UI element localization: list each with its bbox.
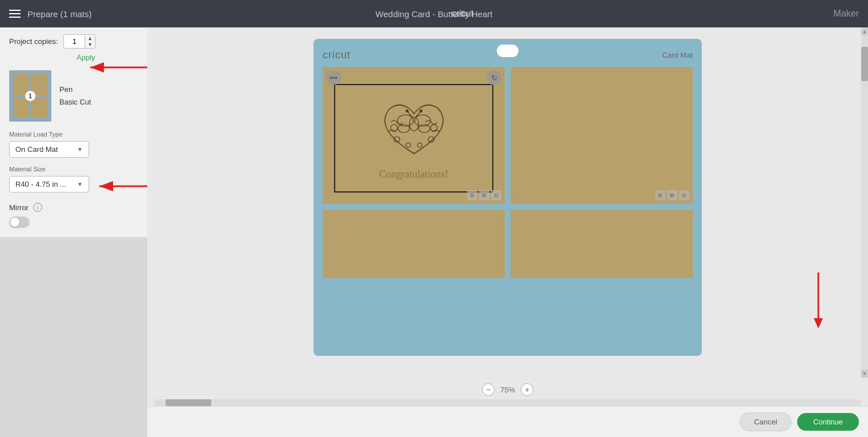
project-copies-row: Project copies: ▲ ▼ bbox=[9, 34, 138, 49]
copies-down-button[interactable]: ▼ bbox=[85, 42, 95, 48]
main-layout: Project copies: ▲ ▼ Apply bbox=[0, 27, 868, 437]
canvas-area: cricut Card Mat ••• ↻ bbox=[147, 27, 868, 378]
svg-point-18 bbox=[417, 143, 422, 147]
cell2-corner-icon-1[interactable]: ⊞ bbox=[655, 190, 665, 201]
toggle-wrap bbox=[9, 217, 138, 228]
cricut-logo: cricut bbox=[323, 49, 351, 61]
horizontal-scrollbar bbox=[154, 399, 861, 406]
svg-line-9 bbox=[407, 111, 412, 117]
card-mat-label: Card Mat bbox=[662, 51, 693, 59]
cell2-corner-icon-2[interactable]: ⊠ bbox=[667, 190, 677, 201]
material-size-label: Material Size bbox=[9, 166, 138, 173]
material-load-value: On Card Mat bbox=[15, 145, 58, 154]
material-size-chevron: ▼ bbox=[77, 181, 83, 187]
card-mat-oval bbox=[497, 45, 519, 57]
zoom-out-button[interactable]: − bbox=[482, 383, 495, 396]
cancel-button[interactable]: Cancel bbox=[740, 412, 791, 431]
project-copies-label: Project copies: bbox=[9, 37, 58, 46]
cell1-corner-icons: ⊞ ⊠ ⊟ bbox=[467, 190, 501, 201]
continue-button[interactable]: Continue bbox=[797, 413, 859, 431]
svg-point-7 bbox=[398, 125, 409, 133]
right-content: cricut Card Mat ••• ↻ bbox=[147, 27, 868, 437]
mat-cell-3 bbox=[323, 210, 505, 278]
mat-cell-1: ••• ↻ bbox=[323, 67, 505, 204]
scroll-up-btn[interactable]: ▲ bbox=[861, 27, 868, 35]
mirror-toggle[interactable] bbox=[9, 217, 30, 228]
mirror-label: Mirror bbox=[9, 203, 29, 212]
pen-label: Pen bbox=[59, 83, 91, 96]
bottom-bar: Cancel Continue bbox=[147, 406, 868, 437]
material-size-dropdown[interactable]: R40 - 4.75 in ... ▼ bbox=[9, 176, 89, 193]
cell1-num: 1 bbox=[326, 194, 329, 201]
cell1-corner-icon-3[interactable]: ⊟ bbox=[491, 190, 501, 201]
material-load-chevron: ▼ bbox=[77, 146, 83, 153]
maker-label: Maker bbox=[834, 9, 859, 19]
copies-input-wrap: ▲ ▼ bbox=[63, 34, 95, 49]
menu-icon[interactable] bbox=[9, 10, 21, 18]
copies-input[interactable] bbox=[64, 35, 85, 48]
cell2-corner-icon-3[interactable]: ⊟ bbox=[679, 190, 689, 201]
left-panel-bottom bbox=[0, 237, 147, 437]
cell2-corner-icons: ⊞ ⊠ ⊟ bbox=[655, 190, 689, 201]
material-load-type-label: Material Load Type bbox=[9, 131, 138, 138]
zoom-in-button[interactable]: + bbox=[521, 383, 533, 396]
mirror-row: Mirror i bbox=[9, 203, 138, 212]
cell2-num: 2 bbox=[514, 194, 517, 201]
scrollbar-right: ▲ ▼ bbox=[861, 27, 868, 378]
design-box: Congratulations! bbox=[334, 84, 493, 193]
zoom-percent: 75% bbox=[500, 386, 515, 394]
scroll-down-btn[interactable]: ▼ bbox=[861, 370, 868, 378]
svg-point-12 bbox=[420, 110, 422, 112]
mat-cell-br bbox=[31, 97, 48, 118]
scrollbar-thumb[interactable] bbox=[861, 47, 868, 81]
cell1-corner-icon-2[interactable]: ⊠ bbox=[479, 190, 489, 201]
project-name: Wedding Card - Butterfly Heart bbox=[376, 9, 493, 19]
mat-grid: ••• ↻ bbox=[323, 67, 693, 347]
cell1-refresh-icon[interactable]: ↻ bbox=[487, 70, 501, 85]
svg-point-4 bbox=[409, 117, 419, 131]
mat-number-badge: 1 bbox=[25, 91, 35, 101]
cell1-corner-icon-1[interactable]: ⊞ bbox=[467, 190, 477, 201]
horizontal-scrollbar-thumb[interactable] bbox=[166, 399, 211, 406]
mirror-info-icon[interactable]: i bbox=[33, 203, 42, 212]
mat-thumbnail: 1 bbox=[9, 70, 51, 122]
mat-thumb-row: 1 Pen Basic Cut bbox=[9, 70, 138, 122]
left-panel: Project copies: ▲ ▼ Apply bbox=[0, 27, 147, 437]
header: Prepare (1 mats) cricut Wedding Card - B… bbox=[0, 0, 868, 27]
cell1-icons-top: ••• ↻ bbox=[326, 70, 501, 85]
card-mat-outer: cricut Card Mat ••• ↻ bbox=[314, 39, 702, 356]
congrats-text: Congratulations! bbox=[379, 169, 448, 181]
mat-cell-2: 2 ⊞ ⊠ ⊟ bbox=[511, 67, 693, 204]
material-size-value: R40 - 4.75 in ... bbox=[15, 180, 66, 189]
apply-button[interactable]: Apply bbox=[77, 53, 95, 62]
mat-info: Pen Basic Cut bbox=[59, 83, 91, 109]
toggle-knob bbox=[10, 218, 19, 227]
svg-point-8 bbox=[419, 125, 430, 133]
prepare-title: Prepare (1 mats) bbox=[27, 9, 92, 19]
design-heart-svg bbox=[380, 97, 448, 165]
svg-line-10 bbox=[416, 111, 421, 117]
arrow-continue bbox=[810, 272, 827, 332]
cell1-menu-icon[interactable]: ••• bbox=[326, 70, 341, 85]
svg-point-17 bbox=[406, 143, 411, 147]
svg-point-11 bbox=[406, 110, 408, 112]
arrow-continue-svg bbox=[810, 272, 827, 330]
material-size-row: R40 - 4.75 in ... ▼ bbox=[9, 176, 138, 201]
copies-spin: ▲ ▼ bbox=[85, 35, 95, 48]
copies-up-button[interactable]: ▲ bbox=[85, 35, 95, 42]
scrollbar-track bbox=[861, 35, 868, 370]
mat-cell-4 bbox=[511, 210, 693, 278]
zoom-bar: − 75% + bbox=[147, 378, 868, 399]
basic-cut-label: Basic Cut bbox=[59, 96, 91, 109]
svg-marker-21 bbox=[814, 318, 823, 328]
material-load-dropdown[interactable]: On Card Mat ▼ bbox=[9, 141, 89, 158]
